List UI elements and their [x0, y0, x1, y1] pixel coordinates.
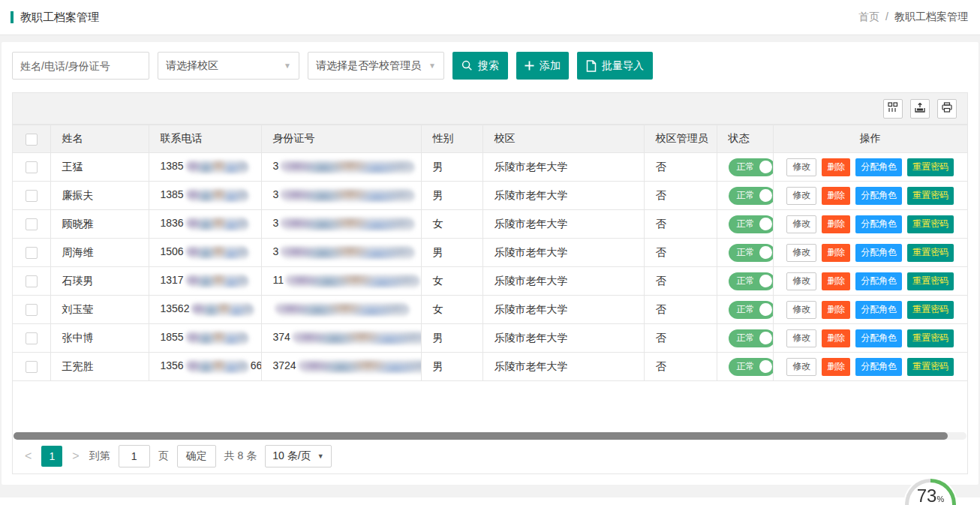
table-body: 王猛 1385 3 男 乐陵市老年大学 否 正常 修改 — [13, 153, 967, 381]
reset-password-button[interactable]: 重置密码 — [907, 187, 954, 205]
row-checkbox-cell — [13, 153, 50, 182]
redaction-smudge — [185, 245, 249, 260]
goto-page-input[interactable] — [119, 445, 150, 467]
assign-role-button[interactable]: 分配角色 — [855, 158, 902, 176]
status-toggle-label: 正常 — [737, 275, 755, 287]
delete-button[interactable]: 删除 — [822, 158, 850, 176]
edit-button[interactable]: 修改 — [786, 358, 816, 376]
assign-role-button[interactable]: 分配角色 — [855, 215, 902, 233]
row-checkbox[interactable] — [26, 247, 38, 259]
row-checkbox[interactable] — [26, 161, 38, 173]
reset-password-button[interactable]: 重置密码 — [907, 272, 954, 290]
phone-visible-prefix: 1385 — [161, 188, 184, 200]
print-button[interactable] — [937, 99, 957, 119]
phone-visible-prefix: 1356 — [161, 359, 184, 371]
assign-role-button[interactable]: 分配角色 — [855, 301, 902, 319]
delete-button[interactable]: 删除 — [822, 215, 850, 233]
status-toggle[interactable]: 正常 — [729, 272, 774, 290]
status-toggle[interactable]: 正常 — [729, 301, 774, 319]
assign-role-button[interactable]: 分配角色 — [855, 358, 902, 376]
redaction-smudge — [280, 245, 415, 260]
table-row: 刘玉莹 13562 女 乐陵市老年大学 否 正常 修改 — [13, 296, 967, 324]
select-all-checkbox[interactable] — [26, 134, 38, 146]
reset-password-button[interactable]: 重置密码 — [907, 358, 954, 376]
edit-button[interactable]: 修改 — [786, 329, 816, 347]
toggle-knob-icon — [759, 275, 772, 287]
cell-phone: 13562 — [149, 296, 261, 324]
reset-password-button[interactable]: 重置密码 — [907, 244, 954, 262]
edit-button[interactable]: 修改 — [786, 301, 816, 319]
breadcrumb-home[interactable]: 首页 — [858, 11, 879, 23]
toggle-knob-icon — [759, 161, 772, 173]
redaction-smudge — [298, 359, 421, 374]
row-checkbox[interactable] — [26, 304, 38, 316]
edit-button[interactable]: 修改 — [786, 272, 816, 290]
prev-page-icon[interactable]: < — [23, 449, 33, 463]
row-checkbox[interactable] — [26, 218, 38, 230]
current-page-button[interactable]: 1 — [41, 446, 62, 467]
cell-idcard: 3 — [261, 153, 421, 182]
delete-button[interactable]: 删除 — [822, 301, 850, 319]
assign-role-button[interactable]: 分配角色 — [855, 272, 902, 290]
edit-button[interactable]: 修改 — [786, 244, 816, 262]
reset-password-button[interactable]: 重置密码 — [907, 301, 954, 319]
breadcrumb-current: 教职工档案管理 — [894, 11, 968, 23]
keyword-input[interactable] — [12, 52, 149, 80]
status-toggle[interactable]: 正常 — [729, 158, 774, 176]
delete-button[interactable]: 删除 — [822, 272, 850, 290]
cell-gender: 女 — [421, 267, 482, 296]
status-toggle[interactable]: 正常 — [729, 215, 774, 233]
content-panel: 请选择校区 ▼ 请选择是否学校管理员 ▼ 搜索 添加 批量导入 — [2, 42, 978, 485]
top-bar: 教职工档案管理 首页/教职工档案管理 — [0, 0, 980, 35]
assign-role-button[interactable]: 分配角色 — [855, 244, 902, 262]
redaction-smudge — [275, 302, 410, 317]
filter-columns-button[interactable] — [883, 99, 903, 119]
row-checkbox[interactable] — [26, 332, 38, 344]
status-toggle[interactable]: 正常 — [729, 187, 774, 205]
reset-password-button[interactable]: 重置密码 — [907, 329, 954, 347]
edit-button[interactable]: 修改 — [786, 187, 816, 205]
status-toggle[interactable]: 正常 — [729, 358, 774, 376]
row-checkbox[interactable] — [26, 190, 38, 202]
row-checkbox[interactable] — [26, 361, 38, 373]
staff-table: 姓名 联系电话 身份证号 性别 校区 校区管理员 状态 操作 王猛 1385 — [13, 125, 967, 381]
edit-button[interactable]: 修改 — [786, 158, 816, 176]
row-checkbox-cell — [13, 296, 50, 324]
add-button[interactable]: 添加 — [516, 52, 569, 80]
assign-role-button[interactable]: 分配角色 — [855, 329, 902, 347]
campus-select[interactable]: 请选择校区 ▼ — [158, 52, 299, 80]
admin-select[interactable]: 请选择是否学校管理员 ▼ — [308, 52, 444, 80]
cell-gender: 男 — [421, 239, 482, 267]
page-size-value: 10 条/页 — [272, 449, 311, 463]
table-row: 王猛 1385 3 男 乐陵市老年大学 否 正常 修改 — [13, 153, 967, 182]
toggle-knob-icon — [759, 189, 772, 202]
filter-bar: 请选择校区 ▼ 请选择是否学校管理员 ▼ 搜索 添加 批量导入 — [12, 52, 968, 80]
horizontal-scrollbar-thumb[interactable] — [14, 432, 948, 440]
search-button[interactable]: 搜索 — [452, 52, 508, 80]
cell-name: 顾晓雅 — [50, 210, 149, 239]
cell-is-admin: 否 — [644, 210, 717, 239]
delete-button[interactable]: 删除 — [822, 358, 850, 376]
status-toggle[interactable]: 正常 — [729, 244, 774, 262]
confirm-page-button[interactable]: 确定 — [177, 445, 216, 467]
breadcrumb: 首页/教职工档案管理 — [858, 11, 968, 24]
reset-password-button[interactable]: 重置密码 — [907, 158, 954, 176]
reset-password-button[interactable]: 重置密码 — [907, 215, 954, 233]
page-size-select[interactable]: 10 条/页 ▼ — [265, 445, 331, 467]
idcard-visible-prefix: 3 — [273, 160, 279, 172]
cell-status: 正常 — [717, 210, 773, 239]
next-page-icon[interactable]: > — [71, 449, 80, 463]
delete-button[interactable]: 删除 — [822, 187, 850, 205]
cell-is-admin: 否 — [644, 353, 717, 381]
row-checkbox[interactable] — [26, 275, 38, 287]
batch-import-button[interactable]: 批量导入 — [577, 52, 653, 80]
edit-button[interactable]: 修改 — [786, 215, 816, 233]
delete-button[interactable]: 删除 — [822, 329, 850, 347]
assign-role-button[interactable]: 分配角色 — [855, 187, 902, 205]
status-toggle-label: 正常 — [737, 303, 755, 316]
export-button[interactable] — [910, 99, 930, 119]
status-toggle[interactable]: 正常 — [729, 329, 774, 347]
cell-campus: 乐陵市老年大学 — [482, 353, 644, 381]
cell-phone: 1385 — [149, 182, 261, 210]
delete-button[interactable]: 删除 — [822, 244, 850, 262]
